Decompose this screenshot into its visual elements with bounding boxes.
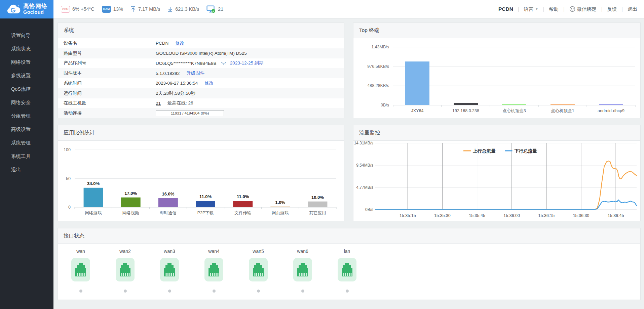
bar-JXY64 (405, 61, 429, 105)
svg-text:网络游戏: 网络游戏 (85, 211, 102, 215)
sidebar-item-multi-wan-settings[interactable]: 多线设置 (0, 69, 53, 82)
svg-text:1.43MB/s: 1.43MB/s (371, 45, 389, 49)
edit-device-name-link[interactable]: 修改 (175, 40, 184, 46)
cpu-stat: CPU 6% +54°C (61, 6, 94, 13)
svg-text:点心机顶盒3: 点心机顶盒3 (502, 108, 526, 113)
legend-下行总流量: 下行总流量 (515, 148, 537, 153)
interface-wan2: wan2 (103, 244, 147, 293)
svg-text:15:35:45: 15:35:45 (469, 213, 485, 218)
interface-status-dot (257, 290, 260, 293)
sidebar-item-network-security[interactable]: 网络安全 (0, 96, 53, 109)
interface-status-dot (346, 290, 349, 293)
table-row-router-model: 路由型号 GOCLOUD ISP3000 Intel(R) Atom(TM) D… (58, 48, 344, 58)
cloud-logo-icon: ® (6, 4, 21, 14)
interface-label: lan (344, 249, 350, 254)
svg-text:4.77MB/s: 4.77MB/s (356, 185, 373, 190)
sidebar-item-system-management[interactable]: 系统管理 (0, 136, 53, 149)
sidebar-item-system-status[interactable]: 系统状态 (0, 42, 53, 55)
help-link[interactable]: 帮助 (549, 6, 559, 12)
upload-speed-stat: 7.17 MB/s (130, 6, 160, 12)
table-row-active-connections: 活动连接 11931 / 4194304 (0%) (58, 108, 344, 118)
ethernet-port-icon[interactable] (249, 258, 268, 281)
table-row-system-time: 系统时间 2023-09-27 15:36:54 修改 (58, 78, 344, 88)
router-model-value: GOCLOUD ISP3000 Intel(R) Atom(TM) D525 (156, 51, 247, 56)
ethernet-port-icon[interactable] (71, 258, 90, 281)
sidebar-item-logout[interactable]: 退出 (0, 163, 53, 176)
svg-text:JXY64: JXY64 (411, 108, 424, 113)
ethernet-port-icon[interactable] (160, 258, 179, 281)
svg-text:0: 0 (68, 205, 71, 210)
svg-text:34.0%: 34.0% (87, 181, 100, 186)
table-row-uptime: 运行时间 2天,20时,58分,50秒 (58, 88, 344, 98)
device-name-value: PCDN (156, 41, 168, 46)
interface-wan4: wan4 (192, 244, 236, 293)
ethernet-port-icon[interactable] (204, 258, 223, 281)
svg-text:android-dhcp9: android-dhcp9 (598, 108, 624, 113)
brand-name-en: Gocloud (23, 9, 47, 15)
wechat-bind-link[interactable]: 微信绑定 (569, 6, 597, 12)
interface-wan: wan (59, 244, 103, 293)
svg-text:即时通信: 即时通信 (160, 211, 177, 215)
sidebar-item-setup-wizard[interactable]: 设置向导 (0, 29, 53, 42)
bar-即时通信 (158, 198, 178, 207)
sidebar-item-advanced-settings[interactable]: 高级设置 (0, 123, 53, 136)
download-speed-stat: 621.3 KB/s (167, 6, 199, 12)
bar-文件传输 (233, 201, 253, 207)
download-arrow-icon (167, 6, 173, 12)
connections-progress-bar: 11931 / 4194304 (0%) (156, 110, 224, 116)
sidebar-nav: 设置向导系统状态网络设置多线设置QoS流控网络安全分组管理高级设置系统管理系统工… (0, 18, 53, 309)
connections-progress-text: 11931 / 4194304 (0%) (171, 111, 209, 115)
chevron-down-icon: ▼ (535, 7, 538, 11)
bar-192.168.0.238 (454, 103, 478, 105)
upgrade-firmware-link[interactable]: 升级固件 (186, 70, 204, 76)
svg-text:976.56KB/s: 976.56KB/s (367, 64, 389, 69)
svg-text:488.28KB/s: 488.28KB/s (367, 83, 389, 88)
sidebar-item-qos-control[interactable]: QoS流控 (0, 82, 53, 96)
online-hosts-link[interactable]: 21 (156, 101, 161, 106)
interface-status-panel: 接口状态 wanwan2wan3wan4wan5wan6lan (58, 228, 641, 300)
edit-system-time-link[interactable]: 修改 (204, 80, 214, 86)
svg-text:点心机顶盒1: 点心机顶盒1 (551, 108, 574, 113)
download-speed-text: 621.3 KB/s (175, 6, 199, 12)
main-content: 系统 设备名 PCDN 修改 路由型号 GOCLOUD ISP3000 Inte… (53, 18, 644, 300)
traffic-monitor-chart: 0B/s4.77MB/s9.54MB/s14.31MB/s15:35:1515:… (353, 141, 640, 221)
ethernet-port-icon[interactable] (338, 258, 356, 281)
svg-text:其它应用: 其它应用 (309, 211, 326, 215)
system-time-value: 2023-09-27 15:36:54 (156, 81, 198, 86)
online-devices-stat: 21 (206, 5, 223, 13)
svg-text:0B/s: 0B/s (381, 103, 389, 107)
svg-text:10.0%: 10.0% (311, 195, 324, 200)
sidebar-item-system-tools[interactable]: 系统工具 (0, 149, 53, 163)
interface-status-dot (213, 290, 216, 293)
logout-link[interactable]: 退出 (628, 6, 637, 12)
ram-stat-text: 13% (113, 6, 123, 12)
system-stats-strip: CPU 6% +54°C RAM 13% 7.17 MB/s 621.3 KB/… (61, 5, 223, 13)
serial-number-value: UC6LQ5**********K7N9B4E8B (156, 61, 217, 66)
topbar: ® 高恪网络 Gocloud CPU 6% +54°C RAM 13% 7.17… (0, 0, 644, 18)
top-terminals-title: Top 终端 (353, 23, 640, 38)
sidebar-item-group-management[interactable]: 分组管理 (0, 109, 53, 123)
traffic-monitor-panel: 流量监控 0B/s4.77MB/s9.54MB/s14.31MB/s15:35:… (353, 125, 641, 221)
svg-text:9.54MB/s: 9.54MB/s (356, 163, 373, 168)
svg-text:50: 50 (66, 176, 71, 181)
interface-status-dot (79, 290, 82, 293)
wechat-icon (569, 6, 575, 12)
eye-closed-icon[interactable] (221, 61, 227, 65)
firmware-version-value: 5.1.0.18392 (156, 71, 180, 76)
topbar-menu: PCDN | 语言 ▼ | 帮助 | 微信绑定 | 反馈 | 退出 (498, 6, 644, 12)
bar-网络游戏 (84, 188, 103, 207)
cpu-chip-icon: CPU (61, 6, 70, 13)
brand-logo[interactable]: ® 高恪网络 Gocloud (0, 0, 53, 18)
feedback-link[interactable]: 反馈 (607, 6, 617, 12)
app-ratio-panel: 应用比例统计 05010034.0%网络游戏17.0%网络视频16.0%即时通信… (58, 125, 344, 221)
ethernet-port-icon[interactable] (293, 258, 312, 281)
language-menu[interactable]: 语言 ▼ (524, 6, 538, 12)
sidebar-item-network-settings[interactable]: 网络设置 (0, 55, 53, 69)
app-ratio-svg: 05010034.0%网络游戏17.0%网络视频16.0%即时通信11.0%P2… (58, 141, 344, 221)
bar-android-dhcp9 (599, 104, 623, 105)
license-expiry-link[interactable]: 2023-12-25 到期 (230, 60, 264, 66)
svg-text:1.0%: 1.0% (275, 200, 285, 205)
ethernet-port-icon[interactable] (116, 258, 135, 281)
svg-text:网页游戏: 网页游戏 (272, 211, 289, 215)
interface-wan6: wan6 (280, 244, 325, 293)
